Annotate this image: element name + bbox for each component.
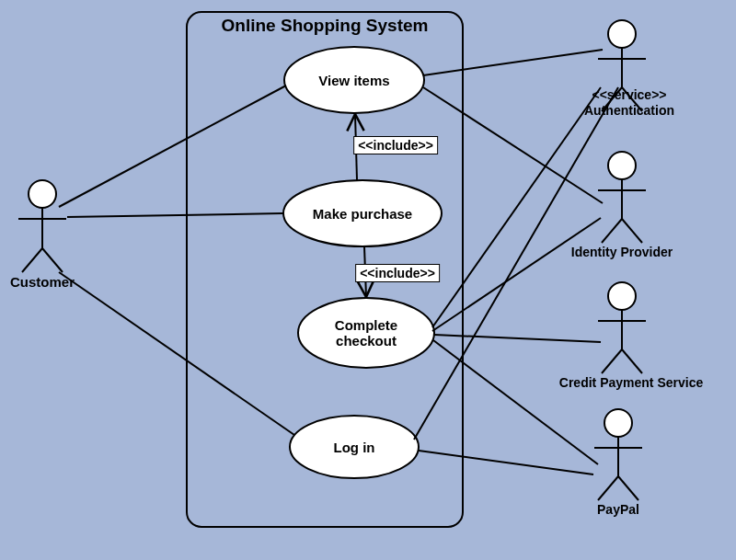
edge-idp-checkout	[432, 218, 601, 331]
actor-label-identity-provider: Identity Provider	[571, 245, 673, 259]
diagram-canvas: Online Shopping System View items Make p…	[0, 0, 736, 560]
usecase-label-make-purchase: Make purchase	[313, 206, 412, 222]
actor-stereotype-authentication: <<service>>	[592, 87, 667, 102]
svg-point-5	[608, 20, 636, 48]
svg-line-24	[618, 476, 638, 500]
svg-line-3	[22, 248, 42, 272]
svg-line-13	[602, 219, 622, 243]
edge-paypal-login	[419, 451, 593, 474]
svg-line-18	[602, 349, 622, 373]
svg-point-15	[608, 282, 636, 310]
svg-line-14	[622, 219, 642, 243]
usecase-label-complete-checkout: Complete checkout	[335, 317, 397, 349]
edge-paypal-checkout	[433, 340, 598, 464]
actor-credit-payment	[598, 282, 646, 373]
system-title: Online Shopping System	[222, 16, 429, 36]
actor-identity-provider	[598, 152, 646, 243]
include-label-2: <<include>>	[355, 264, 440, 282]
edge-auth-view	[423, 50, 603, 75]
svg-point-10	[608, 152, 636, 179]
svg-point-20	[604, 409, 632, 437]
actor-label-customer: Customer	[10, 274, 75, 290]
usecase-label-log-in: Log in	[334, 440, 375, 455]
edge-idp-view	[423, 87, 603, 203]
actor-label-credit-payment: Credit Payment Service	[559, 375, 703, 390]
svg-point-0	[29, 180, 56, 208]
svg-line-4	[42, 248, 63, 272]
include-label-1: <<include>>	[353, 136, 438, 154]
edge-customer-view	[59, 86, 286, 207]
svg-line-19	[622, 349, 642, 373]
actor-label-authentication: Authentication	[584, 103, 674, 118]
actor-customer	[18, 180, 66, 272]
svg-line-23	[598, 476, 618, 500]
edge-customer-purchase	[67, 213, 283, 217]
actor-label-paypal: PayPal	[597, 502, 639, 517]
usecase-label-view-items: View items	[318, 73, 389, 88]
edge-customer-login	[59, 272, 294, 435]
edge-credit-checkout	[434, 335, 601, 342]
edge-auth-checkout	[432, 87, 601, 327]
actor-paypal	[594, 409, 642, 500]
